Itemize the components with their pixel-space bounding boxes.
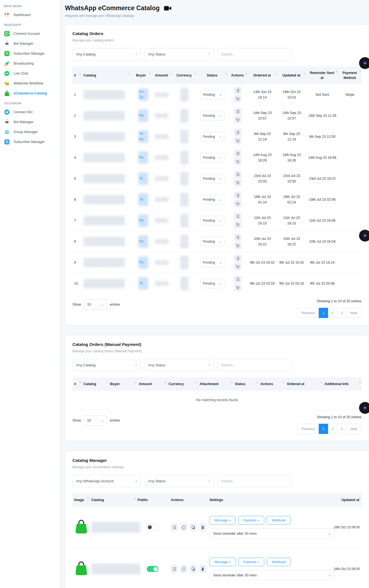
sidebar-item-connect-account[interactable]: Connect Account — [0, 29, 60, 39]
order-details-button[interactable] — [234, 129, 242, 136]
sidebar-item-ecommerce-catalog[interactable]: eCommerce Catalog — [0, 88, 60, 98]
order-details-button[interactable] — [234, 171, 242, 178]
orders-search-input[interactable] — [218, 48, 291, 60]
sidebar-item-bot-manager-whatsapp[interactable]: Bot Manager — [0, 39, 60, 49]
webhook-settings-button[interactable]: Webhook — [267, 558, 291, 566]
buyer-link[interactable]: Ra — [131, 111, 151, 120]
column-header[interactable]: Status⇅ — [197, 70, 228, 81]
delete-catalog-button[interactable] — [199, 565, 206, 573]
assistant-sparkle-button[interactable] — [359, 230, 369, 242]
order-details-button[interactable] — [234, 255, 242, 262]
column-header[interactable]: Ordered at⇅ — [248, 70, 277, 81]
sidebar-item-subscriber-manager-telegram[interactable]: Subscriber Manager — [0, 137, 60, 147]
order-status-select[interactable]: Pending⌄ — [200, 237, 224, 246]
column-header[interactable]: Image⇅ — [72, 495, 90, 505]
column-header[interactable]: Actions — [169, 495, 208, 505]
buyer-link[interactable]: ToHa — [131, 129, 151, 144]
buyer-link[interactable]: M — [131, 279, 151, 288]
buyer-link[interactable]: Di — [131, 174, 151, 183]
order-status-select[interactable]: Pending⌄ — [200, 111, 224, 120]
column-header[interactable]: Amount⇅ — [137, 379, 167, 389]
column-header[interactable]: #⇅ — [72, 70, 82, 81]
page-size-select[interactable]: 10⌄ — [84, 415, 107, 426]
catalog-filter-select[interactable]: Any Catalog ▼ — [72, 359, 141, 371]
manual-search-input[interactable] — [218, 359, 291, 371]
pagination-previous[interactable]: Previous — [297, 424, 319, 434]
status-filter-select[interactable]: Any Status ▼ — [145, 359, 214, 371]
column-header[interactable]: Payment Method⇅ — [338, 68, 362, 83]
pagination-page-2[interactable]: 2 — [328, 308, 337, 318]
sidebar-item-group-manager[interactable]: Group Manager — [0, 127, 60, 137]
column-header[interactable]: Actions⇅ — [259, 379, 285, 389]
public-toggle[interactable] — [147, 566, 158, 572]
pagination-page-2[interactable]: 2 — [328, 424, 337, 434]
column-header[interactable]: Currency⇅ — [167, 379, 198, 389]
status-filter-select[interactable]: Any Status ▼ — [145, 48, 214, 60]
column-header[interactable]: Additional Info⇅ — [323, 379, 362, 389]
order-cart-button[interactable] — [234, 116, 242, 123]
order-status-select[interactable]: Pending⌄ — [200, 279, 224, 288]
buyer-link[interactable]: Ra — [131, 237, 151, 246]
message-settings-button[interactable]: Message▸ — [210, 516, 236, 525]
buyer-link[interactable]: Ja — [131, 195, 151, 204]
order-details-button[interactable] — [234, 192, 242, 199]
order-details-button[interactable] — [234, 87, 242, 94]
column-header[interactable]: Buyer⇅ — [131, 70, 151, 81]
column-header[interactable]: Public — [136, 495, 169, 505]
order-status-select[interactable]: Pending⌄ — [200, 90, 224, 99]
order-details-button[interactable] — [234, 234, 242, 241]
order-status-select[interactable]: Pending⌄ — [200, 153, 224, 162]
column-header[interactable]: Buyer⇅ — [108, 379, 137, 389]
order-cart-button[interactable] — [234, 242, 242, 249]
order-cart-button[interactable] — [234, 179, 242, 186]
sidebar-item-dashboard[interactable]: Dashboard — [0, 10, 60, 20]
column-header[interactable]: Status⇅ — [233, 379, 259, 389]
order-cart-button[interactable] — [234, 137, 242, 144]
column-header[interactable]: Catalog⇅ — [82, 70, 131, 81]
pagination-page-1[interactable]: 1 — [319, 424, 328, 434]
sync-catalog-button[interactable] — [180, 565, 187, 573]
column-header[interactable]: Catalog⇅ — [82, 379, 108, 389]
column-header[interactable]: Amount⇅ — [151, 70, 172, 81]
column-header[interactable]: Catalog⇅ — [90, 495, 136, 505]
order-cart-button[interactable] — [234, 263, 242, 270]
order-cart-button[interactable] — [234, 200, 242, 207]
pagination-previous[interactable]: Previous — [297, 308, 319, 318]
order-status-select[interactable]: Pending⌄ — [200, 195, 224, 204]
order-status-select[interactable]: Pending⌄ — [200, 132, 224, 141]
sidebar-item-broadcasting[interactable]: 1 Broadcasting — [0, 59, 60, 68]
catalog-filter-select[interactable]: Any Catalog ▼ — [72, 48, 141, 60]
sidebar-item-live-chat[interactable]: Live Chat — [0, 68, 60, 78]
order-status-select[interactable]: Pending⌄ — [200, 258, 224, 267]
order-cart-button[interactable] — [234, 95, 242, 102]
delete-catalog-button[interactable] — [199, 523, 206, 531]
column-header[interactable]: Reminder Sent at⇅ — [306, 68, 338, 83]
order-details-button[interactable] — [234, 276, 242, 283]
sidebar-item-bot-manager-telegram[interactable]: Bot Manager — [0, 117, 60, 127]
order-details-button[interactable] — [234, 108, 242, 115]
order-status-select[interactable]: Pending⌄ — [200, 216, 224, 225]
pagination-page-3[interactable]: 3 — [337, 308, 346, 318]
public-toggle[interactable] — [147, 524, 158, 530]
order-cart-button[interactable] — [234, 221, 242, 228]
catalog-items-button[interactable] — [171, 523, 178, 531]
column-header[interactable]: Currency⇅ — [172, 70, 197, 81]
reminder-select[interactable]: Send reminder after 30 mins ⌄ — [210, 528, 334, 539]
reminder-select[interactable]: Send reminder after 30 mins ⌄ — [210, 570, 334, 580]
order-details-button[interactable] — [234, 213, 242, 220]
sidebar-item-webhook-workflow[interactable]: Webhook Workflow — [0, 78, 60, 88]
pagination-next[interactable]: Next — [346, 308, 362, 318]
buyer-link[interactable]: Ra — [131, 216, 151, 225]
payment-settings-button[interactable]: Payment▸ — [238, 516, 264, 525]
column-header[interactable]: #⇅ — [72, 379, 82, 389]
column-header[interactable]: Ordered at⇅ — [285, 379, 323, 389]
column-header[interactable]: Settings — [208, 495, 332, 505]
column-header[interactable]: Updated at⇅ — [277, 70, 306, 81]
order-details-button[interactable] — [234, 150, 242, 157]
copy-catalog-button[interactable] — [190, 565, 197, 573]
manager-search-input[interactable] — [218, 475, 291, 487]
order-status-select[interactable]: Pending⌄ — [200, 174, 224, 183]
buyer-link[interactable]: Ra — [131, 153, 151, 162]
order-cart-button[interactable] — [234, 158, 242, 165]
buyer-link[interactable]: Ra — [131, 258, 151, 267]
